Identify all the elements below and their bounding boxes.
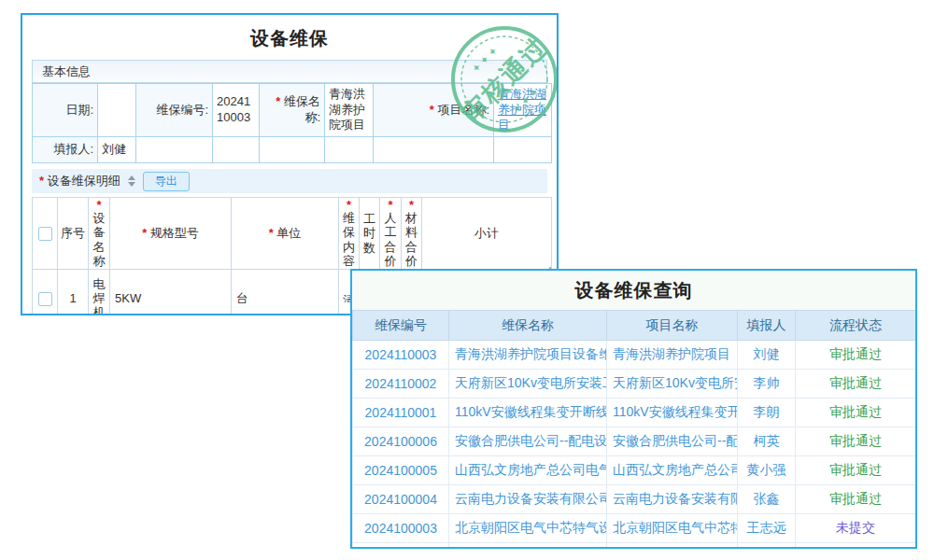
device-name-cell: 电焊机 bbox=[89, 270, 110, 315]
status-cell: 审批通过 bbox=[796, 341, 916, 370]
select-all-cell bbox=[33, 198, 58, 270]
detail-col-8: *材料合价 bbox=[402, 198, 422, 270]
reporter-field: 刘健 bbox=[98, 137, 136, 163]
reporter-cell: 刘健 bbox=[738, 341, 796, 370]
maintenance-code-cell[interactable]: 2024110003 bbox=[353, 341, 449, 370]
col-project-name: 项目名称 bbox=[607, 311, 738, 341]
reporter-cell: 柯英 bbox=[738, 427, 796, 456]
maintenance-code-cell[interactable]: 2024100004 bbox=[353, 485, 449, 514]
project-name-cell: 云南电力设备安装有限公司 bbox=[607, 485, 738, 514]
project-name-cell: 天府新区10Kv变电所安装工程 bbox=[607, 370, 738, 399]
status-cell: 审批通过 bbox=[796, 543, 916, 550]
status-cell: 审批通过 bbox=[796, 456, 916, 485]
detail-col-6: 工时数 bbox=[360, 198, 380, 270]
status-cell: 审批通过 bbox=[796, 370, 916, 399]
query-table-row[interactable]: 2024110003 青海洪湖养护院项目设备维保 青海洪湖养护院项目 刘健 审批… bbox=[353, 341, 916, 370]
project-name-cell: 北京朝阳区电气中芯特气设备 bbox=[607, 543, 738, 550]
detail-col-2: *设备名称 bbox=[89, 198, 110, 270]
maintenance-code-label: 维保编号: bbox=[136, 84, 213, 137]
maintenance-name-cell: 山西弘文房地产总公司电气设备 bbox=[449, 456, 607, 485]
query-title: 设备维保查询 bbox=[352, 271, 915, 310]
maintenance-name-cell: 青海洪湖养护院项目设备维保 bbox=[449, 341, 607, 370]
maintenance-name-cell: 安徽合肥供电公司--配电设备 bbox=[449, 427, 607, 456]
row-index: 1 bbox=[58, 270, 89, 315]
col-maintenance-code: 维保编号 bbox=[353, 311, 449, 341]
model-cell[interactable]: 5KW bbox=[110, 270, 232, 315]
reporter-label: 填报人: bbox=[33, 137, 98, 163]
col-status: 流程状态 bbox=[796, 311, 916, 341]
query-table: 维保编号 维保名称 项目名称 填报人 流程状态 2024110003 青海洪湖养… bbox=[352, 310, 916, 549]
detail-col-1: 序号 bbox=[58, 198, 89, 270]
reporter-cell: 张鑫 bbox=[738, 485, 796, 514]
status-cell: 审批通过 bbox=[796, 427, 916, 456]
project-name-cell: 安徽合肥供电公司--配电设备 bbox=[607, 427, 738, 456]
maintenance-query-panel: 设备维保查询 维保编号 维保名称 项目名称 填报人 流程状态 202411000… bbox=[350, 269, 917, 549]
query-table-header: 维保编号 维保名称 项目名称 填报人 流程状态 bbox=[353, 311, 916, 341]
maintenance-name-cell: 北京朝阳区电气中芯特气设备 bbox=[449, 543, 607, 550]
query-table-row[interactable]: 2024100002 北京朝阳区电气中芯特气设备 北京朝阳区电气中芯特气设备 刘… bbox=[353, 543, 916, 550]
export-button[interactable]: 导出 bbox=[143, 172, 190, 191]
detail-col-3: 规格型号 bbox=[110, 198, 232, 270]
maintenance-code-cell[interactable]: 2024100002 bbox=[353, 543, 449, 550]
maintenance-code-cell[interactable]: 2024100006 bbox=[353, 427, 449, 456]
query-table-row[interactable]: 2024100006 安徽合肥供电公司--配电设备 安徽合肥供电公司--配电设备… bbox=[353, 427, 916, 456]
query-table-row[interactable]: 2024110001 110kV安徽线程集变开断线工程 110kV安徽线程集变开… bbox=[353, 399, 916, 427]
project-name-cell: 北京朝阳区电气中芯特气设备 bbox=[607, 514, 738, 543]
query-table-row[interactable]: 2024100003 北京朝阳区电气中芯特气设备 北京朝阳区电气中芯特气设备 王… bbox=[353, 514, 916, 543]
date-label: 日期: bbox=[33, 84, 98, 137]
reporter-cell: 李帅 bbox=[738, 370, 796, 399]
select-all-checkbox[interactable] bbox=[38, 227, 52, 241]
date-field[interactable] bbox=[98, 84, 136, 137]
row-select-cell bbox=[33, 270, 58, 315]
detail-col-4: 单位 bbox=[232, 198, 339, 270]
maintenance-name-label: 维保名称: bbox=[260, 84, 325, 137]
maintenance-name-cell: 北京朝阳区电气中芯特气设备 bbox=[449, 514, 607, 543]
col-reporter: 填报人 bbox=[738, 311, 796, 341]
query-table-row[interactable]: 2024100004 云南电力设备安装有限公司 云南电力设备安装有限公司 张鑫 … bbox=[353, 485, 916, 514]
status-cell: 审批通过 bbox=[796, 485, 916, 514]
status-cell: 未提交 bbox=[796, 514, 916, 543]
detail-section-toolbar: 设备维保明细 导出 bbox=[32, 169, 547, 193]
reporter-cell: 李朗 bbox=[738, 399, 796, 427]
sort-toggle-icon[interactable] bbox=[128, 175, 135, 187]
project-name-cell: 110kV安徽线程集变开断线工程 bbox=[607, 399, 738, 427]
maintenance-name-cell: 天府新区10Kv变电所安装工程 bbox=[449, 370, 607, 399]
project-name-cell: 青海洪湖养护院项目 bbox=[607, 341, 738, 370]
reporter-cell: 刘健 bbox=[738, 543, 796, 550]
col-maintenance-name: 维保名称 bbox=[449, 311, 607, 341]
maintenance-name-cell: 云南电力设备安装有限公司 bbox=[449, 485, 607, 514]
maintenance-code-cell[interactable]: 2024100005 bbox=[353, 456, 449, 485]
approved-stamp: 审核通过 ✦ ✦ ✦ ✦ ✦ ✦ bbox=[448, 23, 559, 135]
reporter-cell: 王志远 bbox=[738, 514, 796, 543]
reporter-cell: 黄小强 bbox=[738, 456, 796, 485]
unit-cell[interactable]: 台 bbox=[232, 270, 339, 315]
query-table-row[interactable]: 2024110002 天府新区10Kv变电所安装工程 天府新区10Kv变电所安装… bbox=[353, 370, 916, 399]
maintenance-code-cell[interactable]: 2024110002 bbox=[353, 370, 449, 399]
stamp-text: 审核通过 bbox=[457, 32, 553, 128]
row-checkbox[interactable] bbox=[38, 292, 52, 306]
query-table-row[interactable]: 2024100005 山西弘文房地产总公司电气设备 山西弘文房地产总公司电气设备… bbox=[353, 456, 916, 485]
detail-col-7: *人工合价 bbox=[380, 198, 402, 270]
maintenance-name-cell: 110kV安徽线程集变开断线工程 bbox=[449, 399, 607, 427]
detail-col-9: 小计 bbox=[422, 198, 552, 270]
maintenance-code-cell[interactable]: 2024110001 bbox=[353, 399, 449, 427]
maintenance-name-field[interactable]: 青海洪湖养护院项目 bbox=[325, 84, 374, 137]
status-cell: 审批通过 bbox=[796, 399, 916, 427]
maintenance-code-cell[interactable]: 2024100003 bbox=[353, 514, 449, 543]
detail-section-label: 设备维保明细 bbox=[39, 173, 120, 189]
maintenance-code-field: 2024110003 bbox=[213, 84, 260, 137]
project-name-cell: 山西弘文房地产总公司电气设备 bbox=[607, 456, 738, 485]
detail-col-5: *维保内容 bbox=[339, 198, 360, 270]
